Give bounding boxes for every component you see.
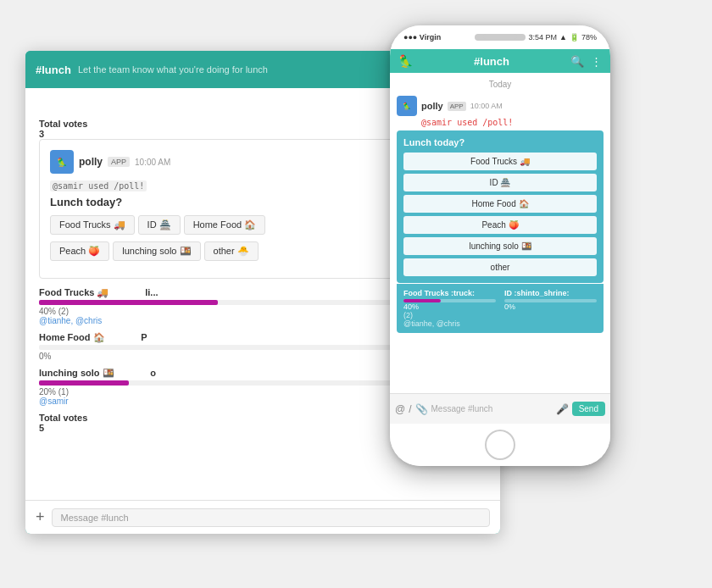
- desktop-topic: Let the team know what you're doing for …: [78, 64, 386, 75]
- mobile-option-lunching-solo[interactable]: lunching solo 🍱: [403, 237, 597, 255]
- mobile-search-icon[interactable]: 🔍: [570, 55, 584, 68]
- phone-input-area: @ / 📎 Message #lunch 🎤 Send: [390, 393, 610, 424]
- slash-icon[interactable]: /: [409, 403, 411, 415]
- slack-header-icons: 🔍 ⋮: [570, 55, 602, 68]
- mobile-vote-col-1: Food Trucks :truck: 40% (2) @tianhe, @ch…: [403, 289, 496, 328]
- slack-mobile-header: 🦜 #lunch 🔍 ⋮: [390, 49, 610, 73]
- mobile-option-home-food[interactable]: Home Food 🏠: [403, 195, 597, 213]
- phone-input-placeholder: Message #lunch: [431, 404, 493, 413]
- battery-pct: 78%: [581, 33, 597, 42]
- audio-icon[interactable]: 🎤: [556, 403, 569, 415]
- wifi-icon: ▲: [559, 33, 567, 42]
- mobile-votes: Food Trucks :truck: 40% (2) @tianhe, @ch…: [397, 284, 604, 333]
- mobile-vote-count-1: (2): [403, 311, 496, 319]
- vote-bar-fill-1: [39, 300, 218, 305]
- phone-home-button[interactable]: [485, 430, 515, 460]
- desktop-message-input[interactable]: Message #lunch: [52, 508, 490, 527]
- option-other[interactable]: other 🐣: [204, 241, 259, 261]
- mobile-vote-label-2: ID :shinto_shrine:: [504, 289, 597, 297]
- mobile-poll-card: Lunch today? Food Trucks 🚚 ID 🏯 Home Foo…: [397, 130, 604, 283]
- mobile-option-peach[interactable]: Peach 🍑: [403, 216, 597, 234]
- mobile-poll-question: Lunch today?: [403, 137, 597, 147]
- phone-status-right: 3:54 PM ▲ 🔋 78%: [529, 33, 597, 42]
- mobile-used-text: @samir used /poll!: [421, 118, 604, 127]
- phone-screen: 🦜 #lunch 🔍 ⋮ Today 🦜 polly: [390, 49, 610, 424]
- phone-message-input[interactable]: Message #lunch: [431, 404, 553, 413]
- option-id[interactable]: ID 🏯: [138, 215, 181, 235]
- desktop-input-placeholder: Message #lunch: [61, 513, 129, 523]
- mobile-vote-pct-2: 0%: [504, 302, 597, 311]
- mobile-app-badge: APP: [448, 102, 466, 111]
- option-lunching-solo[interactable]: lunching solo 🍱: [113, 241, 200, 261]
- phone-home-area: [390, 424, 610, 466]
- phone-wrapper: ●●● Virgin 3:54 PM ▲ 🔋 78% 🦜 #lunch 🔍: [390, 25, 610, 466]
- polly-icon: 🦜: [398, 54, 413, 68]
- mobile-chat: Today 🦜 polly APP 10:00 AM @samir used /…: [390, 73, 610, 424]
- mobile-bot-avatar: 🦜: [397, 96, 417, 116]
- battery-icon: 🔋: [570, 33, 579, 42]
- phone-time: 3:54 PM: [529, 33, 558, 42]
- attachment-icon[interactable]: 📎: [415, 403, 428, 415]
- option-peach[interactable]: Peach 🍑: [50, 241, 109, 261]
- mobile-message: 🦜 polly APP 10:00 AM @samir used /poll! …: [397, 96, 604, 333]
- phone-frame: ●●● Virgin 3:54 PM ▲ 🔋 78% 🦜 #lunch 🔍: [390, 25, 610, 466]
- at-icon[interactable]: @: [395, 403, 405, 415]
- mobile-more-icon[interactable]: ⋮: [591, 55, 602, 68]
- mobile-option-other[interactable]: other: [403, 258, 597, 276]
- phone-carrier: ●●● Virgin: [403, 33, 441, 42]
- desktop-input-bar: + Message #lunch: [25, 500, 500, 534]
- mobile-vote-pct-1: 40%: [403, 302, 496, 311]
- mobile-vote-col-2: ID :shinto_shrine: 0%: [504, 289, 597, 328]
- phone-top-bar: ●●● Virgin 3:54 PM ▲ 🔋 78%: [390, 25, 610, 49]
- mobile-vote-label-1: Food Trucks :truck:: [403, 289, 496, 297]
- mobile-poll-options: Food Trucks 🚚 ID 🏯 Home Food 🏠 Peach 🍑 l…: [403, 153, 597, 276]
- mobile-vote-users-1: @tianhe, @chris: [403, 319, 496, 328]
- mobile-msg-time: 10:00 AM: [470, 102, 503, 110]
- mobile-option-id[interactable]: ID 🏯: [403, 174, 597, 191]
- send-button[interactable]: Send: [572, 402, 605, 416]
- poll-time: 10:00 AM: [135, 158, 170, 167]
- mobile-bot-name: polly: [421, 101, 443, 111]
- desktop-channel-name: #lunch: [36, 64, 71, 76]
- scene: #lunch Let the team know what you're doi…: [0, 0, 712, 588]
- phone-speaker-grill: [483, 34, 517, 39]
- option-home-food[interactable]: Home Food 🏠: [184, 215, 266, 235]
- mobile-channel-title: #lunch: [413, 55, 570, 68]
- mobile-date-label: Today: [397, 80, 604, 89]
- mobile-option-food-trucks[interactable]: Food Trucks 🚚: [403, 153, 597, 170]
- mobile-msg-header: 🦜 polly APP 10:00 AM: [397, 96, 604, 116]
- vote-bar-fill-3: [39, 380, 129, 386]
- bot-avatar: 🦜: [50, 150, 74, 174]
- option-food-trucks[interactable]: Food Trucks 🚚: [50, 215, 135, 235]
- app-badge: APP: [108, 157, 130, 167]
- plus-icon[interactable]: +: [36, 508, 45, 526]
- bot-name: polly: [79, 156, 103, 168]
